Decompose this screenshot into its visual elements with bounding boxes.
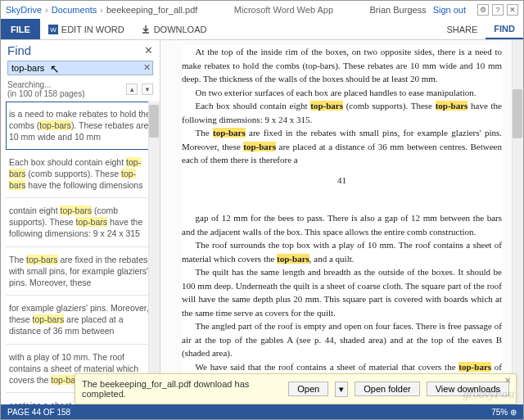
help-icon[interactable]: ? [492,4,504,16]
scrollbar[interactable] [148,102,160,404]
breadcrumb-root[interactable]: SkyDrive [6,5,42,15]
search-status: Searching... [7,80,51,89]
search-result[interactable]: contain eight top-bars (comb supports). … [6,198,155,247]
results-list: is a need to make rebates to hold the co… [1,102,160,404]
page-number: 41 [182,174,502,187]
body-text: On two exterior surfaces of each box are… [182,86,502,100]
search-count: (in 100 of 158 pages) [7,89,85,98]
download-icon [141,25,151,34]
search-input[interactable] [7,61,153,75]
sign-out-link[interactable]: Sign out [433,5,466,15]
search-result[interactable]: The top-bars are fixed in the rebates wi… [6,247,155,296]
search-result[interactable]: for example glaziers' pins. Moreover, th… [6,296,155,345]
breadcrumb-file: beekeeping_for_all.pdf [106,5,197,15]
find-panel: Find ✕ ✕ ↖ Searching... (in 100 of 158 p… [1,40,160,404]
body-text: Each box should contain eight top-bars (… [182,99,502,126]
body-text: The roof surrounds the top box with a pl… [182,238,502,265]
scrollbar[interactable] [512,40,523,404]
close-icon[interactable]: ✕ [507,4,518,16]
body-text: The angled part of the roof is empty and… [182,319,502,360]
page-indicator: PAGE 44 OF 158 [7,408,70,417]
body-text: gap of 12 mm for the bees to pass. There… [182,211,502,238]
find-title: Find [7,43,31,57]
zoom-level[interactable]: 75% ⊕ [491,408,517,417]
edit-in-word-button[interactable]: W EDIT IN WORD [40,19,133,39]
download-button[interactable]: DOWNLOAD [133,19,215,39]
body-text: The top-bars are fixed in the rebates wi… [182,126,502,167]
close-find-icon[interactable]: ✕ [144,44,153,56]
share-tab[interactable]: SHARE [438,19,486,39]
user-name: Brian Burgess [370,5,427,15]
file-tab[interactable]: FILE [1,19,40,39]
open-file-button[interactable]: Open [288,382,328,396]
open-folder-button[interactable]: Open folder [355,382,419,396]
watermark: groovyPost [463,388,515,401]
edit-in-word-label: EDIT IN WORD [61,25,124,34]
search-result[interactable]: Each box should contain eight top-bars (… [6,150,155,199]
settings-icon[interactable]: ⚙ [477,4,489,16]
chevron-right-icon: › [45,5,48,15]
download-message: The beekeeping_for_all.pdf download has … [82,379,282,399]
find-tab[interactable]: FIND [486,19,523,39]
close-notification-icon[interactable]: ✕ [504,376,511,385]
search-result[interactable]: is a need to make rebates to hold the co… [6,102,155,150]
open-dropdown-button[interactable]: ▾ [335,382,348,397]
app-title: Microsoft Word Web App [197,5,369,15]
chevron-right-icon: › [100,5,103,15]
clear-search-icon[interactable]: ✕ [143,62,151,73]
body-text: At the top of the inside rim of the boxe… [182,45,502,86]
next-result-button[interactable]: ▼ [142,84,153,95]
breadcrumb-folder[interactable]: Documents [52,5,97,15]
svg-text:W: W [50,26,56,34]
download-notification: ✕ The beekeeping_for_all.pdf download ha… [75,373,517,404]
body-text: The quilt has the same length and breadt… [182,265,502,319]
prev-result-button[interactable]: ▲ [126,84,138,95]
download-label: DOWNLOAD [154,25,207,34]
document-viewport[interactable]: At the top of the inside rim of the boxe… [160,40,523,404]
word-icon: W [48,25,58,34]
